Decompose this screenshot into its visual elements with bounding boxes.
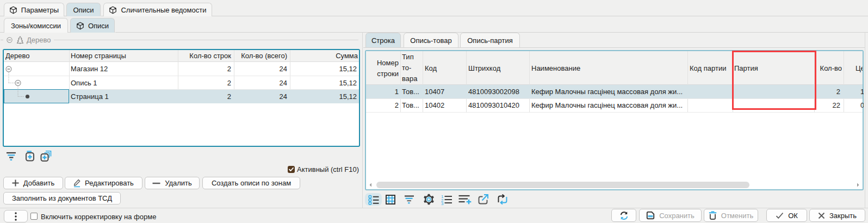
svg-text:3: 3 (441, 201, 444, 205)
